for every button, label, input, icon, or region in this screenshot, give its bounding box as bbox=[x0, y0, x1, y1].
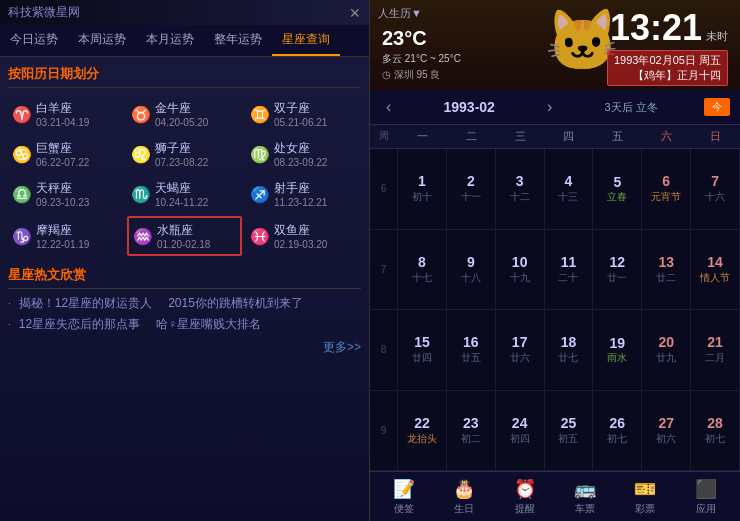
day-number: 25 bbox=[561, 415, 577, 431]
day-number: 24 bbox=[512, 415, 528, 431]
cal-cell[interactable]: 19雨水 bbox=[593, 310, 642, 390]
zodiac-date: 01.20-02.18 bbox=[157, 239, 210, 250]
lunar-day: 元宵节 bbox=[651, 190, 681, 204]
week-num: 7 bbox=[370, 230, 398, 310]
lunar-day: 十一 bbox=[461, 190, 481, 204]
lunar-day: 廿五 bbox=[461, 351, 481, 365]
cal-row: 78十七9十八10十九11二十12廿一13廿二14情人节 bbox=[370, 230, 740, 311]
lunar-day: 十六 bbox=[705, 190, 725, 204]
zodiac-date: 04.20-05.20 bbox=[155, 117, 208, 128]
cal-cell[interactable]: 15廿四 bbox=[398, 310, 447, 390]
weather-info: 23°C 多云 21°C ~ 25°C ◷ 深圳 95 良 bbox=[382, 27, 461, 82]
close-icon[interactable]: ✕ bbox=[349, 5, 361, 21]
cal-cell[interactable]: 25初五 bbox=[545, 391, 594, 471]
zodiac-item[interactable]: ♉ 金牛座 04.20-05.20 bbox=[127, 96, 242, 132]
cal-cell[interactable]: 23初二 bbox=[447, 391, 496, 471]
toolbar-item[interactable]: 🚌 车票 bbox=[566, 474, 604, 520]
lunar-day: 初五 bbox=[558, 432, 578, 446]
hot-section: 星座热文欣赏 · 揭秘！12星座的财运贵人 2015你的跳槽转机到来了 · 12… bbox=[8, 266, 361, 356]
lunar-day: 廿九 bbox=[656, 351, 676, 365]
zodiac-item[interactable]: ♋ 巨蟹座 06.22-07.22 bbox=[8, 136, 123, 172]
hot-link[interactable]: 揭秘！12星座的财运贵人 bbox=[19, 295, 152, 312]
cal-cell[interactable]: 17廿六 bbox=[496, 310, 545, 390]
toolbar-label: 车票 bbox=[575, 502, 595, 516]
zodiac-item[interactable]: ♒ 水瓶座 01.20-02.18 bbox=[127, 216, 242, 256]
zodiac-item[interactable]: ♊ 双子座 05.21-06.21 bbox=[246, 96, 361, 132]
zodiac-item[interactable]: ♌ 狮子座 07.23-08.22 bbox=[127, 136, 242, 172]
cal-cell[interactable]: 11二十 bbox=[545, 230, 594, 310]
toolbar-item[interactable]: ⬛ 应用 bbox=[687, 474, 725, 520]
app-title-right: 人生历▼ bbox=[378, 6, 422, 21]
cal-cell[interactable]: 10十九 bbox=[496, 230, 545, 310]
days-notice: 3天后 立冬 bbox=[605, 100, 658, 115]
zodiac-item[interactable]: ♎ 天秤座 09.23-10.23 bbox=[8, 176, 123, 212]
zodiac-name: 双子座 bbox=[274, 100, 327, 117]
cal-cell[interactable]: 7十六 bbox=[691, 149, 740, 229]
cal-cell[interactable]: 13廿二 bbox=[642, 230, 691, 310]
toolbar-item[interactable]: 🎂 生日 bbox=[445, 474, 483, 520]
nav-item[interactable]: 今日运势 bbox=[0, 25, 68, 56]
prev-month-button[interactable]: ‹ bbox=[380, 96, 397, 118]
cal-month-title: 1993-02 bbox=[444, 99, 495, 115]
cal-cell[interactable]: 5立春 bbox=[593, 149, 642, 229]
cal-cell[interactable]: 21二月 bbox=[691, 310, 740, 390]
cal-cell[interactable]: 28初七 bbox=[691, 391, 740, 471]
lunar-day: 廿七 bbox=[558, 351, 578, 365]
cal-cell[interactable]: 27初六 bbox=[642, 391, 691, 471]
left-nav: 今日运势本周运势本月运势整年运势星座查询 bbox=[0, 25, 369, 57]
cal-cell[interactable]: 4十三 bbox=[545, 149, 594, 229]
next-month-button[interactable]: › bbox=[541, 96, 558, 118]
cal-cell[interactable]: 8十七 bbox=[398, 230, 447, 310]
right-panel: 人生历▼ 23°C 多云 21°C ~ 25°C ◷ 深圳 95 良 🐱 13:… bbox=[370, 0, 740, 521]
zodiac-item[interactable]: ♈ 白羊座 03.21-04.19 bbox=[8, 96, 123, 132]
lunar-day: 初十 bbox=[412, 190, 432, 204]
weekday-label: 日 bbox=[691, 125, 740, 148]
hot-link[interactable]: 2015你的跳槽转机到来了 bbox=[168, 295, 303, 312]
zodiac-symbol: ♏ bbox=[131, 185, 151, 204]
more-button[interactable]: 更多>> bbox=[8, 339, 361, 356]
day-number: 7 bbox=[711, 173, 719, 189]
zodiac-grid: ♈ 白羊座 03.21-04.19 ♉ 金牛座 04.20-05.20 ♊ 双子… bbox=[8, 96, 361, 256]
cal-cell[interactable]: 22龙抬头 bbox=[398, 391, 447, 471]
zodiac-info: 水瓶座 01.20-02.18 bbox=[157, 222, 210, 250]
zodiac-date: 09.23-10.23 bbox=[36, 197, 89, 208]
hot-link[interactable]: 12星座失恋后的那点事 bbox=[19, 316, 140, 333]
cal-cell[interactable]: 6元宵节 bbox=[642, 149, 691, 229]
cal-cell[interactable]: 26初七 bbox=[593, 391, 642, 471]
cal-cell[interactable]: 16廿五 bbox=[447, 310, 496, 390]
zodiac-date: 11.23-12.21 bbox=[274, 197, 327, 208]
day-number: 22 bbox=[414, 415, 430, 431]
cal-cell[interactable]: 18廿七 bbox=[545, 310, 594, 390]
zodiac-symbol: ♍ bbox=[250, 145, 270, 164]
hot-link[interactable]: 哈♀星座嘴贱大排名 bbox=[156, 316, 261, 333]
cal-row: 61初十2十一3十二4十三5立春6元宵节7十六 bbox=[370, 149, 740, 230]
zodiac-item[interactable]: ♑ 摩羯座 12.22-01.19 bbox=[8, 216, 123, 256]
day-number: 20 bbox=[658, 334, 674, 350]
week-num: 8 bbox=[370, 310, 398, 390]
zodiac-item[interactable]: ♐ 射手座 11.23-12.21 bbox=[246, 176, 361, 212]
cal-cell[interactable]: 24初四 bbox=[496, 391, 545, 471]
nav-item[interactable]: 星座查询 bbox=[272, 25, 340, 56]
toolbar-label: 应用 bbox=[696, 502, 716, 516]
toolbar-item[interactable]: 📝 便签 bbox=[385, 474, 423, 520]
cal-cell[interactable]: 14情人节 bbox=[691, 230, 740, 310]
day-number: 14 bbox=[707, 254, 723, 270]
toolbar-item[interactable]: 🎫 彩票 bbox=[626, 474, 664, 520]
nav-item[interactable]: 整年运势 bbox=[204, 25, 272, 56]
day-number: 15 bbox=[414, 334, 430, 350]
nav-item[interactable]: 本月运势 bbox=[136, 25, 204, 56]
cal-cell[interactable]: 3十二 bbox=[496, 149, 545, 229]
zodiac-item[interactable]: ♍ 处女座 08.23-09.22 bbox=[246, 136, 361, 172]
cal-cell[interactable]: 2十一 bbox=[447, 149, 496, 229]
cal-cell[interactable]: 12廿一 bbox=[593, 230, 642, 310]
zodiac-date: 08.23-09.22 bbox=[274, 157, 327, 168]
zodiac-item[interactable]: ♏ 天蝎座 10.24-11.22 bbox=[127, 176, 242, 212]
nav-item[interactable]: 本周运势 bbox=[68, 25, 136, 56]
cal-cell[interactable]: 20廿九 bbox=[642, 310, 691, 390]
toolbar-label: 便签 bbox=[394, 502, 414, 516]
cal-cell[interactable]: 9十八 bbox=[447, 230, 496, 310]
zodiac-item[interactable]: ♓ 双鱼座 02.19-03.20 bbox=[246, 216, 361, 256]
cal-cell[interactable]: 1初十 bbox=[398, 149, 447, 229]
toolbar-item[interactable]: ⏰ 提醒 bbox=[506, 474, 544, 520]
today-button[interactable]: 今 bbox=[704, 98, 730, 116]
